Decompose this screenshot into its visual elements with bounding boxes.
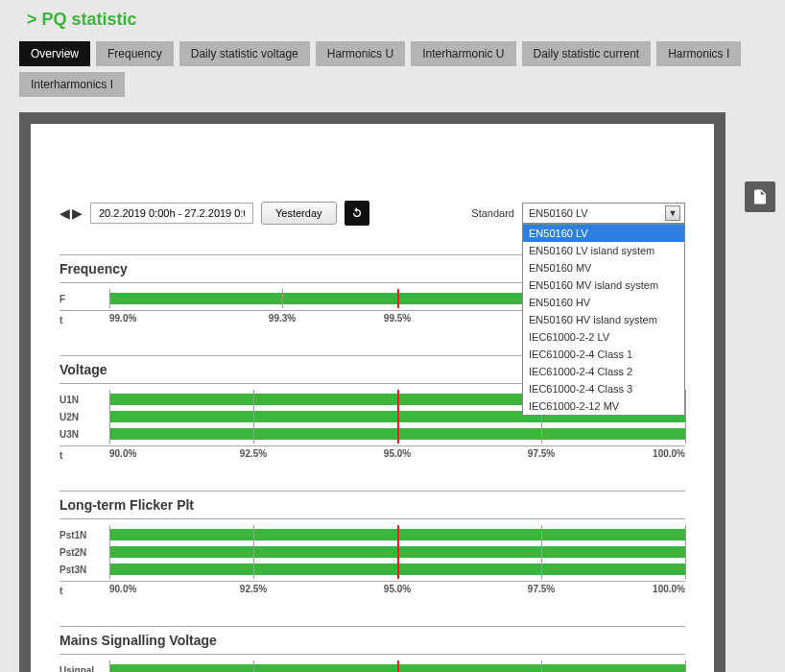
- axis-row: t90.0%92.5%95.0%97.5%100.0%: [59, 445, 685, 462]
- axis-label: t: [59, 586, 109, 596]
- section: Long-term Flicker PltPst1NPst2NPst3Nt90.…: [59, 491, 685, 597]
- bar: [109, 664, 685, 672]
- standard-option[interactable]: EN50160 MV island system: [523, 276, 684, 294]
- prev-arrow-icon[interactable]: ◀: [59, 205, 70, 221]
- tick-label: 90.0%: [109, 584, 136, 594]
- row-label: U1N: [59, 395, 109, 405]
- section-title: Mains Signalling Voltage: [59, 626, 685, 655]
- standard-option[interactable]: IEC61000-2-12 MV: [523, 397, 684, 415]
- bar-area: [109, 544, 685, 560]
- bar-area: [109, 562, 685, 577]
- tick-label: 99.5%: [384, 313, 411, 324]
- standard-option[interactable]: IEC61000-2-2 LV: [523, 328, 684, 346]
- standard-option[interactable]: EN50160 MV: [523, 259, 684, 276]
- chart-row: Usignal: [59, 662, 685, 672]
- tab-frequency[interactable]: Frequency: [96, 41, 174, 66]
- tab-daily-statistic-voltage[interactable]: Daily statistic voltage: [179, 41, 310, 66]
- page-title: > PQ statistic: [0, 0, 785, 41]
- section: Mains Signalling VoltageUsignalt98.0%98.…: [59, 626, 685, 672]
- tab-interharmonics-i[interactable]: Interharmonics I: [19, 72, 125, 97]
- refresh-button[interactable]: [345, 201, 369, 226]
- tick-label: 99.0%: [109, 313, 136, 324]
- bar-area: [109, 426, 685, 442]
- date-range-input[interactable]: [90, 203, 253, 224]
- standard-option[interactable]: IEC61000-2-4 Class 2: [523, 363, 684, 380]
- bar-area: [109, 527, 685, 542]
- tick-label: 92.5%: [240, 448, 267, 459]
- tick-label: 100.0%: [653, 584, 685, 594]
- chevron-down-icon: ▼: [665, 205, 680, 221]
- standard-option[interactable]: EN50160 HV: [523, 294, 684, 311]
- standard-select-value: EN50160 LV: [529, 207, 588, 219]
- standard-select[interactable]: EN50160 LV ▼: [522, 203, 685, 224]
- standard-label: Standard: [471, 207, 514, 219]
- controls-left: ◀ ▶ Yesterday: [59, 201, 369, 226]
- tick-label: 92.5%: [240, 584, 267, 594]
- row-label: Usignal: [59, 665, 109, 673]
- standard-option[interactable]: EN50160 HV island system: [523, 311, 684, 328]
- tick-label: 95.0%: [384, 448, 411, 459]
- tick-label: 97.5%: [528, 448, 555, 459]
- tab-overview[interactable]: Overview: [19, 41, 90, 66]
- axis-row: t90.0%92.5%95.0%97.5%100.0%: [59, 581, 685, 597]
- chart-row: Pst2N: [59, 544, 685, 560]
- export-button[interactable]: [745, 181, 775, 212]
- axis-label: t: [59, 450, 109, 461]
- tab-interharmonic-u[interactable]: Interharmonic U: [411, 41, 515, 66]
- tick-label: 95.0%: [384, 584, 411, 594]
- row-label: U3N: [59, 429, 109, 440]
- tick-label: 90.0%: [109, 448, 136, 459]
- tick-label: 99.3%: [269, 313, 296, 324]
- chart-row: Pst1N: [59, 527, 685, 542]
- tabs-row: OverviewFrequencyDaily statistic voltage…: [0, 41, 785, 103]
- standard-option[interactable]: IEC61000-2-4 Class 1: [523, 346, 684, 363]
- standard-option[interactable]: EN50160 LV: [523, 225, 684, 242]
- controls-right: Standard EN50160 LV ▼ EN50160 LVEN50160 …: [471, 203, 685, 224]
- axis-label: t: [59, 315, 109, 325]
- chart-row: Pst3N: [59, 562, 685, 577]
- file-icon: [751, 188, 769, 205]
- tick-label: 97.5%: [528, 584, 555, 594]
- bar: [109, 529, 685, 540]
- standard-dropdown-list: EN50160 LVEN50160 LV island systemEN5016…: [522, 224, 685, 416]
- controls-row: ◀ ▶ Yesterday Standard EN50160 LV ▼ EN50…: [59, 201, 685, 226]
- content-panel: ◀ ▶ Yesterday Standard EN50160 LV ▼ EN50…: [31, 124, 714, 672]
- tab-harmonics-u[interactable]: Harmonics U: [316, 41, 405, 66]
- row-label: U2N: [59, 412, 109, 422]
- bar-area: [109, 662, 685, 672]
- row-label: F: [59, 294, 109, 304]
- bar: [109, 428, 685, 440]
- chart-row: U3N: [59, 426, 685, 442]
- row-label: Pst3N: [59, 564, 109, 575]
- refresh-icon: [349, 205, 365, 221]
- bar: [109, 546, 685, 558]
- bar: [109, 564, 685, 575]
- tick-label: 100.0%: [653, 448, 685, 459]
- row-label: Pst2N: [59, 547, 109, 558]
- content-frame: ◀ ▶ Yesterday Standard EN50160 LV ▼ EN50…: [19, 112, 726, 672]
- tab-harmonics-i[interactable]: Harmonics I: [656, 41, 741, 66]
- section-title: Long-term Flicker Plt: [59, 491, 685, 519]
- tab-daily-statistic-current[interactable]: Daily statistic current: [522, 41, 652, 66]
- next-arrow-icon[interactable]: ▶: [72, 205, 83, 221]
- date-nav-arrows: ◀ ▶: [59, 205, 83, 221]
- yesterday-button[interactable]: Yesterday: [261, 202, 337, 225]
- row-label: Pst1N: [59, 530, 109, 540]
- standard-option[interactable]: IEC61000-2-4 Class 3: [523, 380, 684, 397]
- standard-option[interactable]: EN50160 LV island system: [523, 242, 684, 259]
